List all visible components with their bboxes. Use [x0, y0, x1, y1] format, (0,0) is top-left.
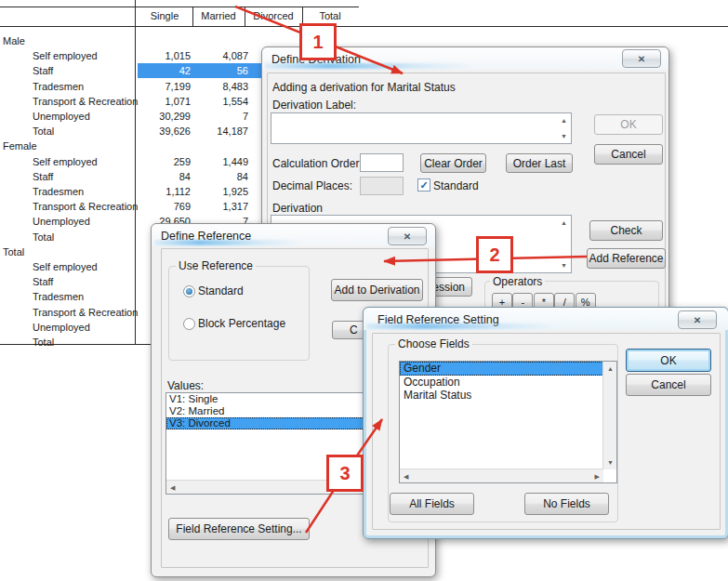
cell-single: 259 — [139, 156, 191, 167]
cancel-button[interactable]: Cancel — [626, 374, 711, 396]
cell-married: 1,317 — [195, 201, 248, 212]
scroll-down-icon[interactable]: ▼ — [561, 262, 567, 269]
row-label: Tradesmen — [33, 186, 84, 197]
fields-list: GenderOccupationMarital Status — [400, 362, 603, 403]
cell-married: 7 — [195, 111, 248, 122]
row-label: Staff — [33, 276, 53, 287]
cell-married: 14,187 — [195, 125, 248, 137]
values-list-item[interactable]: V2: Married — [166, 405, 379, 417]
values-label: Values: — [167, 379, 204, 392]
ok-button[interactable]: OK — [594, 114, 663, 135]
cell-married: 1,925 — [195, 186, 248, 197]
close-button[interactable]: ✕ — [678, 310, 717, 329]
close-button[interactable]: ✕ — [622, 49, 661, 68]
cell-single: 84 — [139, 171, 191, 182]
cancel-visible-label: C — [350, 324, 358, 337]
use-reference-label: Use Reference — [176, 259, 256, 272]
values-list: V1: SingleV2: MarriedV3: Divorced — [166, 393, 379, 429]
table-header-rule — [0, 26, 728, 27]
all-fields-button[interactable]: All Fields — [390, 493, 474, 515]
row-group-label: Total — [3, 246, 24, 257]
decimal-places-input[interactable] — [360, 177, 404, 195]
check-button[interactable]: Check — [589, 220, 663, 241]
block-percentage-radio[interactable] — [183, 318, 195, 330]
scroll-up-icon[interactable]: ▲ — [561, 219, 567, 226]
scroll-down-icon[interactable]: ▼ — [607, 459, 614, 466]
callout-2-number: 2 — [489, 244, 499, 266]
callout-3: 3 — [326, 455, 364, 492]
standard-checkbox-label: Standard — [433, 179, 479, 192]
calculation-order-label: Calculation Order: — [272, 157, 363, 170]
fields-list-item[interactable]: Marital Status — [400, 389, 603, 403]
cell-married: 56 — [195, 65, 248, 76]
cell-single: 1,015 — [139, 50, 191, 61]
scroll-up-icon[interactable]: ▲ — [607, 365, 614, 372]
cell-single: 39,626 — [139, 125, 191, 137]
add-expression-visible-label: ession — [432, 281, 465, 294]
table-top-rule — [0, 7, 359, 7]
choose-fields-label: Choose Fields — [395, 337, 472, 350]
ok-button[interactable]: OK — [626, 349, 711, 372]
fields-horizontal-scrollbar[interactable]: ◀ ▶ — [400, 469, 603, 482]
cell-single: 1,071 — [139, 96, 191, 107]
scroll-right-icon[interactable]: ▶ — [595, 473, 600, 480]
values-list-item[interactable]: V1: Single — [166, 393, 379, 405]
cell-married: 1,554 — [195, 96, 248, 107]
close-button[interactable]: ✕ — [388, 227, 427, 245]
row-group-label: Male — [3, 35, 25, 46]
row-label: Total — [33, 125, 54, 137]
row-label: Unemployed — [33, 322, 90, 333]
row-group-label: Female — [3, 140, 37, 152]
decimal-places-label: Decimal Places: — [272, 179, 352, 192]
use-reference-groupbox — [168, 266, 310, 361]
scroll-up-icon[interactable]: ▲ — [561, 117, 567, 124]
cell-single: 769 — [139, 201, 191, 212]
callout-3-number: 3 — [339, 463, 350, 484]
cell-single: 7,199 — [139, 81, 191, 92]
standard-radio[interactable] — [183, 285, 195, 297]
cell-married: 4,087 — [195, 50, 248, 61]
derivation-label-input[interactable]: ▲ ▼ — [271, 112, 572, 144]
intro-label: Adding a derivation for Marital Status — [272, 81, 456, 94]
row-label: Total — [33, 231, 54, 243]
cell-married: 1,449 — [195, 156, 248, 167]
field-reference-setting-dialog: Field Reference Setting ✕ Choose Fields … — [363, 307, 728, 539]
calculation-order-input[interactable] — [360, 153, 404, 172]
row-label: Transport & Recreation — [33, 96, 138, 107]
callout-1: 1 — [299, 23, 337, 60]
screenshot-root: SingleMarriedDivorcedTotalMaleSelf emplo… — [0, 0, 728, 581]
fields-vertical-scrollbar[interactable]: ▲ ▼ — [602, 362, 616, 469]
dialog-title: Define Reference — [161, 230, 251, 243]
standard-checkbox[interactable]: ✓ — [417, 178, 430, 191]
field-reference-setting-titlebar[interactable]: Field Reference Setting — [364, 308, 728, 330]
column-header: Married — [192, 10, 245, 21]
add-to-derivation-button[interactable]: Add to Derivation — [331, 279, 423, 301]
row-label: Self employed — [33, 50, 98, 61]
scroll-down-icon[interactable]: ▼ — [561, 133, 567, 139]
row-label: Staff — [33, 65, 53, 76]
column-header: Total — [302, 10, 358, 21]
cell-single: 1,112 — [139, 186, 191, 197]
derivation-section-label: Derivation — [272, 202, 323, 215]
close-icon: ✕ — [404, 231, 411, 242]
close-icon: ✕ — [638, 54, 645, 64]
field-reference-setting-button[interactable]: Field Reference Setting... — [168, 518, 310, 540]
no-fields-button[interactable]: No Fields — [524, 493, 609, 515]
operators-groupbox-label: Operators — [490, 275, 545, 288]
cancel-button[interactable]: Cancel — [594, 144, 663, 165]
column-header: Single — [137, 10, 192, 21]
cell-single: 30,299 — [139, 111, 191, 122]
order-last-button[interactable]: Order Last — [506, 153, 573, 173]
cell-married: 84 — [195, 171, 248, 182]
add-reference-button[interactable]: Add Reference — [587, 248, 666, 269]
fields-listbox[interactable]: GenderOccupationMarital Status ▲ ▼ ◀ ▶ — [399, 361, 617, 483]
row-label: Self employed — [33, 261, 98, 272]
row-label: Staff — [33, 171, 53, 182]
fields-list-item[interactable]: Occupation — [400, 376, 603, 390]
scroll-left-icon[interactable]: ◀ — [170, 484, 175, 491]
values-list-item[interactable]: V3: Divorced — [166, 417, 379, 429]
scroll-left-icon[interactable]: ◀ — [404, 473, 408, 480]
row-label: Unemployed — [33, 216, 90, 227]
clear-order-button[interactable]: Clear Order — [420, 153, 486, 173]
fields-list-item[interactable]: Gender — [400, 362, 603, 376]
